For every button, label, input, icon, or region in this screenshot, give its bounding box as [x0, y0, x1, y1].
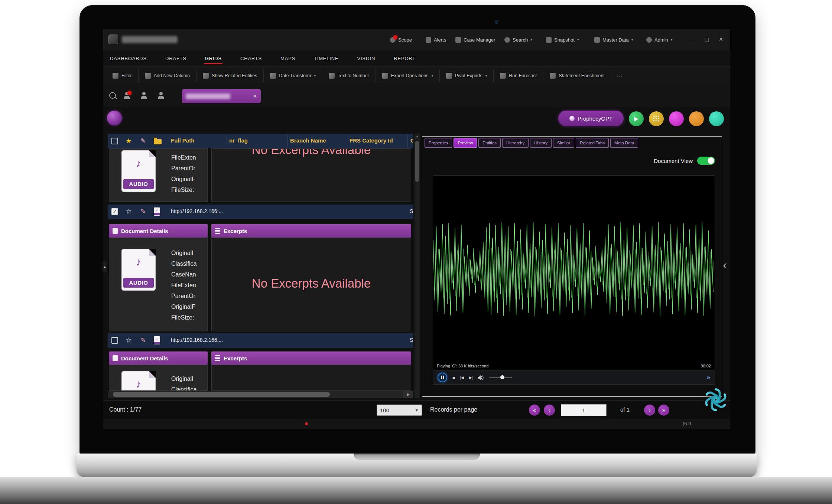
titlebar-item-snapshot[interactable]: Snapshot ▾	[546, 34, 579, 45]
horizontal-scroll-thumb[interactable]	[113, 392, 330, 397]
full-path-cell[interactable]: http://192.168.2.166:...	[171, 208, 223, 214]
music-note-icon: ♪	[121, 157, 156, 170]
tab-grids[interactable]: GRIDS	[204, 53, 222, 63]
show-related-entities-button[interactable]: Show Related Entities	[196, 69, 264, 82]
teal-circle-button[interactable]	[709, 111, 724, 126]
maximize-button[interactable]: ▢	[702, 35, 712, 44]
fast-forward-icon[interactable]: »	[707, 374, 710, 381]
tab-entities[interactable]: Entities	[478, 138, 501, 148]
next-button[interactable]: ▶|	[469, 375, 472, 380]
volume-slider[interactable]	[489, 377, 512, 378]
column-nr-flag[interactable]: nr_flag	[229, 137, 248, 144]
clear-filter-icon[interactable]: ✕	[253, 94, 257, 99]
folder-icon[interactable]	[154, 139, 162, 144]
audio-file-icon: ♪ AUDIO	[121, 150, 156, 192]
tab-charts[interactable]: CHARTS	[240, 53, 263, 63]
record-checkbox[interactable]: ✓	[111, 208, 118, 215]
tab-maps[interactable]: MAPS	[280, 53, 296, 63]
prophecygpt-button[interactable]: ProphecyGPT	[558, 111, 624, 126]
search-icon[interactable]	[109, 92, 116, 99]
tab-timeline[interactable]: TIMELINE	[313, 53, 339, 63]
tab-related-tabs[interactable]: Related Tabs	[576, 138, 609, 148]
titlebar-item-alerts[interactable]: Alerts	[426, 34, 446, 45]
horizontal-scrollbar[interactable]: ▶	[108, 391, 413, 398]
titlebar-item-search[interactable]: Search ▾	[504, 34, 532, 45]
pause-button[interactable]	[438, 373, 447, 382]
tab-preview[interactable]: Preview	[454, 138, 477, 148]
minimize-button[interactable]: –	[689, 35, 698, 44]
user-red-badge-icon[interactable]	[123, 92, 131, 99]
column-frs-category-id[interactable]: FRS Category Id	[350, 137, 393, 144]
select-all-checkbox[interactable]	[111, 138, 118, 144]
tab-vision[interactable]: VISION	[356, 53, 376, 63]
document-details-header[interactable]: Document Details	[109, 224, 208, 238]
pivot-exports-button[interactable]: Pivot Exports▾	[440, 69, 494, 82]
tab-report[interactable]: REPORT	[393, 53, 416, 63]
analyst-filter-input[interactable]: ✕	[182, 89, 261, 103]
scroll-up-button[interactable]: ▲	[415, 134, 420, 140]
scroll-right-button[interactable]: ▶	[403, 391, 413, 398]
tab-meta-data[interactable]: Meta Data	[610, 138, 638, 148]
next-page-button[interactable]: ›	[644, 405, 655, 416]
statement-enrichment-button[interactable]: Statement Enrichment	[543, 69, 611, 82]
stop-button[interactable]: ■	[452, 375, 455, 380]
edit-icon[interactable]: ✎	[140, 207, 146, 215]
filter-button[interactable]: Filter	[106, 69, 139, 82]
send-circle-button[interactable]: ▶	[629, 111, 644, 126]
first-page-button[interactable]: «	[529, 405, 540, 416]
add-new-column-button[interactable]: Add New Column	[139, 69, 196, 82]
tab-drafts[interactable]: DRAFTS	[165, 53, 187, 63]
records-per-page-select[interactable]: 100 ▼	[377, 405, 422, 416]
search-row: ✕	[103, 85, 730, 107]
column-clipped[interactable]: C	[410, 137, 413, 144]
grid-header-row: ★ ✎ Full Path nr_flag Branch Name FRS Ca…	[108, 134, 413, 149]
favorite-star-icon[interactable]: ☆	[126, 336, 132, 344]
full-path-cell[interactable]: http://192.168.2.166:...	[171, 337, 223, 343]
excerpts-panel: No Excerpts Available	[211, 238, 411, 331]
titlebar-item-master-data[interactable]: Master Data ▾	[594, 34, 633, 45]
close-button[interactable]: ✕	[716, 35, 726, 44]
assistant-sphere-icon[interactable]	[107, 111, 122, 125]
tab-hierarchy[interactable]: Hierarchy	[502, 138, 529, 148]
titlebar-item-admin[interactable]: Admin ▾	[646, 34, 672, 45]
titlebar-item-scope[interactable]: Scope	[390, 34, 412, 45]
user-icon[interactable]	[157, 92, 165, 99]
apps-grid-circle-button[interactable]	[649, 111, 664, 126]
edit-icon[interactable]: ✎	[140, 336, 146, 344]
prev-page-button[interactable]: ‹	[544, 405, 555, 416]
date-transform-button[interactable]: Date Transform▾	[264, 69, 322, 82]
vertical-scroll-thumb[interactable]	[415, 141, 419, 182]
favorite-star-icon[interactable]: ★	[126, 137, 132, 145]
record-row[interactable]: ☆ ✎ http://192.168.2.166:... S	[108, 333, 413, 348]
volume-thumb[interactable]	[500, 375, 504, 379]
left-flyout-handle[interactable]: ▸	[103, 261, 107, 272]
page-number-input[interactable]: 1	[561, 404, 607, 416]
users-icon[interactable]	[140, 92, 148, 99]
collapse-panel-chevron[interactable]: ‹	[723, 258, 727, 271]
text-to-number-button[interactable]: Text to Number	[322, 69, 376, 82]
tab-history[interactable]: History	[530, 138, 552, 148]
tab-dashboards[interactable]: DASHBOARDS	[109, 53, 147, 63]
document-view-toggle[interactable]	[697, 157, 715, 165]
speaker-icon[interactable]	[478, 375, 484, 380]
magenta-circle-button[interactable]	[669, 111, 684, 126]
titlebar-item-case-manager[interactable]: Case Manager	[455, 34, 495, 45]
column-full-path[interactable]: Full Path	[171, 137, 194, 144]
tab-similar[interactable]: Similar	[553, 138, 574, 148]
record-row-selected[interactable]: ✓ ☆ ✎ http://192.168.2.166:... S	[108, 204, 413, 219]
last-page-button[interactable]: »	[658, 405, 669, 416]
record-checkbox[interactable]	[111, 337, 118, 344]
vertical-scrollbar[interactable]: ▲	[415, 134, 420, 398]
excerpts-header[interactable]: Excerpts	[211, 351, 411, 365]
toolbar-more-button[interactable]: ⋯	[611, 72, 628, 79]
tab-properties[interactable]: Properties	[425, 138, 452, 148]
document-details-header[interactable]: Document Details	[109, 351, 208, 365]
previous-button[interactable]: |◀	[460, 375, 464, 380]
run-forecast-button[interactable]: Run Forecast	[494, 69, 543, 82]
orange-circle-button[interactable]	[689, 111, 704, 126]
export-operations-button[interactable]: Export Operations▾	[376, 69, 440, 82]
favorite-star-icon[interactable]: ☆	[126, 207, 132, 216]
column-branch-name[interactable]: Branch Name	[290, 137, 326, 144]
excerpts-header[interactable]: Excerpts	[211, 224, 411, 238]
edit-icon[interactable]: ✎	[140, 137, 146, 145]
